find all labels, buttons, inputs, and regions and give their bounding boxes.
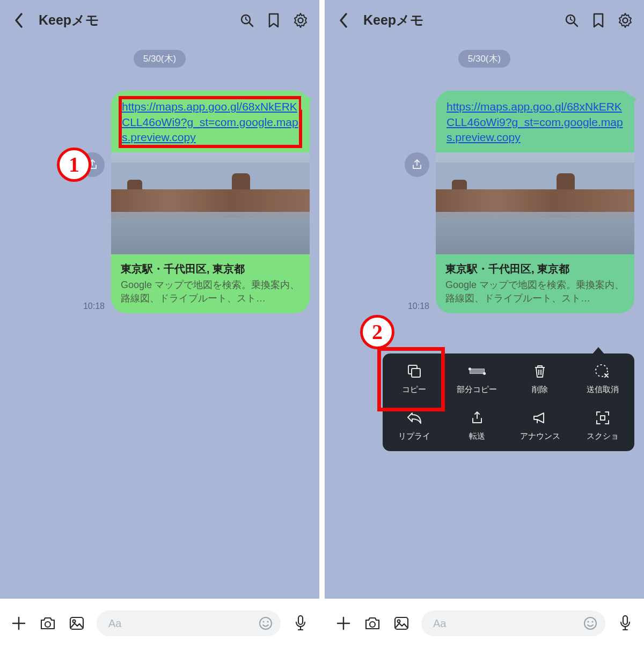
ctx-label: 転送 xyxy=(469,431,485,441)
svg-line-1 xyxy=(249,23,253,26)
svg-rect-38 xyxy=(623,616,627,624)
svg-point-24 xyxy=(469,367,471,370)
message-row: 10:18 https://maps.app.goo.gl/68xNkERKCL… xyxy=(334,77,634,313)
message-url-link[interactable]: https://maps.app.goo.gl/68xNkERKCLL46oWi… xyxy=(447,100,623,143)
svg-point-34 xyxy=(398,620,400,623)
link-preview-desc: Google マップで地図を検索。乗換案内、路線図、ドライブルート、スト… xyxy=(121,278,300,305)
megaphone-icon xyxy=(531,409,549,427)
trash-icon xyxy=(531,362,549,380)
chat-header: Keepメモ xyxy=(325,0,644,40)
mic-icon[interactable] xyxy=(616,614,634,632)
svg-rect-29 xyxy=(601,416,605,420)
link-preview-image xyxy=(436,152,634,254)
share-button[interactable] xyxy=(405,152,429,177)
plus-icon[interactable] xyxy=(334,614,353,632)
input-placeholder: Aa xyxy=(433,617,446,630)
unsend-icon xyxy=(594,362,612,380)
gallery-icon[interactable] xyxy=(392,614,411,632)
phone-screen-right: Keepメモ 5/30(木) 10:18 https://maps.a xyxy=(325,0,644,648)
message-bubble-link[interactable]: https://maps.app.goo.gl/68xNkERKCLL46oWi… xyxy=(111,91,310,152)
svg-line-19 xyxy=(570,19,572,20)
reply-icon xyxy=(405,409,423,427)
gallery-icon[interactable] xyxy=(68,614,86,632)
camera-icon[interactable] xyxy=(39,614,57,632)
svg-point-10 xyxy=(260,617,272,629)
mic-icon[interactable] xyxy=(291,614,310,632)
ctx-screenshot[interactable]: スクショ xyxy=(572,401,634,448)
ctx-unsend[interactable]: 送信取消 xyxy=(572,355,634,401)
ctx-announce[interactable]: アナウンス xyxy=(509,401,572,448)
back-button[interactable] xyxy=(10,11,28,30)
ctx-label: アナウンス xyxy=(520,431,560,441)
chat-area: 5/30(木) 10:18 https://maps.app.goo.gl/68… xyxy=(0,40,319,599)
date-separator: 5/30(木) xyxy=(458,50,510,68)
svg-point-37 xyxy=(592,621,594,623)
svg-point-12 xyxy=(267,621,269,623)
bookmark-icon[interactable] xyxy=(589,11,608,30)
link-preview-image xyxy=(111,152,310,254)
step-badge-1: 1 xyxy=(57,148,91,182)
camera-icon[interactable] xyxy=(363,614,382,632)
settings-icon[interactable] xyxy=(616,11,634,30)
chat-title: Keepメモ xyxy=(39,11,99,29)
forward-icon xyxy=(468,409,486,427)
svg-point-36 xyxy=(588,621,589,623)
svg-point-4 xyxy=(298,18,303,23)
svg-rect-23 xyxy=(470,369,484,374)
ctx-forward[interactable]: 転送 xyxy=(445,401,508,448)
link-preview-title: 東京駅・千代田区, 東京都 xyxy=(445,262,625,276)
svg-line-3 xyxy=(246,19,247,20)
svg-rect-33 xyxy=(395,617,408,629)
date-separator: 5/30(木) xyxy=(134,50,186,68)
link-preview-card[interactable]: 東京駅・千代田区, 東京都 Google マップで地図を検索。乗換案内、路線図、… xyxy=(111,152,310,313)
message-bubble-link[interactable]: https://maps.app.goo.gl/68xNkERKCLL46oWi… xyxy=(436,91,634,152)
emoji-icon[interactable] xyxy=(583,616,598,631)
step-badge-2: 2 xyxy=(360,315,394,349)
ctx-label: リプライ xyxy=(398,431,430,441)
back-button[interactable] xyxy=(334,11,353,30)
svg-point-11 xyxy=(263,621,265,623)
svg-point-20 xyxy=(623,18,628,23)
ctx-delete[interactable]: 削除 xyxy=(509,355,572,401)
input-bar: Aa xyxy=(0,599,319,648)
message-input[interactable]: Aa xyxy=(97,610,281,636)
ctx-label: スクショ xyxy=(587,431,619,441)
svg-rect-8 xyxy=(70,617,83,629)
svg-point-25 xyxy=(483,372,486,375)
ctx-label: 送信取消 xyxy=(587,385,619,395)
message-timestamp: 10:18 xyxy=(83,301,105,311)
ctx-partial-copy[interactable]: 部分コピー xyxy=(445,355,508,401)
screenshot-icon xyxy=(594,409,612,427)
link-preview-title: 東京駅・千代田区, 東京都 xyxy=(121,262,300,276)
svg-rect-13 xyxy=(298,616,303,624)
bookmark-icon[interactable] xyxy=(265,11,283,30)
svg-point-9 xyxy=(73,620,76,623)
search-icon[interactable] xyxy=(238,11,256,30)
chat-title: Keepメモ xyxy=(363,11,424,29)
message-timestamp: 10:18 xyxy=(408,301,429,311)
ctx-label: 部分コピー xyxy=(457,385,497,395)
message-input[interactable]: Aa xyxy=(421,610,605,636)
message-url-link[interactable]: https://maps.app.goo.gl/68xNkERKCLL46oWi… xyxy=(122,100,298,143)
svg-point-7 xyxy=(45,622,50,627)
settings-icon[interactable] xyxy=(291,11,310,30)
search-icon[interactable] xyxy=(562,11,581,30)
link-preview-card[interactable]: 東京駅・千代田区, 東京都 Google マップで地図を検索。乗換案内、路線図、… xyxy=(436,152,634,313)
ctx-label: 削除 xyxy=(532,385,548,395)
svg-point-32 xyxy=(370,622,375,627)
partial-copy-icon xyxy=(468,362,486,380)
phone-screen-left: Keepメモ 5/30(木) 10:18 https://maps.a xyxy=(0,0,319,648)
emoji-icon[interactable] xyxy=(258,616,273,631)
chat-area: 5/30(木) 10:18 https://maps.app.goo.gl/68… xyxy=(325,40,644,599)
svg-point-35 xyxy=(584,617,596,629)
link-preview-desc: Google マップで地図を検索。乗換案内、路線図、ドライブルート、スト… xyxy=(445,278,625,305)
message-row: 10:18 https://maps.app.goo.gl/68xNkERKCL… xyxy=(10,77,310,313)
step-2-highlight-box xyxy=(377,347,445,411)
plus-icon[interactable] xyxy=(10,614,28,632)
chat-header: Keepメモ xyxy=(0,0,319,40)
svg-line-17 xyxy=(574,23,577,26)
input-placeholder: Aa xyxy=(108,617,121,630)
input-bar: Aa xyxy=(325,599,644,648)
